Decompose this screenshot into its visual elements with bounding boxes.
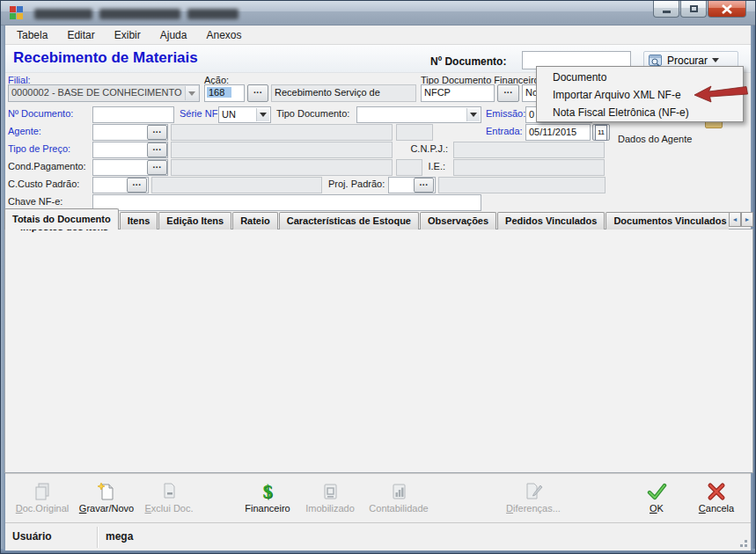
- entrada-input[interactable]: 05/11/2015: [525, 124, 591, 141]
- status-separator: [97, 527, 98, 548]
- menu-item-anexos[interactable]: Anexos: [198, 27, 249, 43]
- tab-pedidos-vinculados[interactable]: Pedidos Vinculados: [497, 212, 605, 230]
- chevron-down-icon: [185, 86, 198, 100]
- serie-nf-label: Série NF:: [180, 108, 220, 119]
- cond-pagamento-label: Cond.Pagamento:: [8, 161, 86, 171]
- maximize-button[interactable]: [680, 1, 707, 18]
- serie-nf-select[interactable]: UN: [218, 106, 271, 123]
- ccusto-name-field: [151, 177, 322, 193]
- close-button[interactable]: [708, 1, 746, 18]
- tipo-preco-browse-button[interactable]: ···: [147, 142, 167, 157]
- tipo-preco-name-field: [171, 142, 393, 158]
- agente-browse-button[interactable]: ···: [147, 125, 167, 140]
- ie-field: [453, 159, 605, 176]
- window-title-redacted: [187, 9, 239, 19]
- status-bar: Usuário mega: [5, 522, 751, 550]
- cnpj-label: C.N.P.J.:: [410, 143, 448, 154]
- chevron-down-icon: [712, 58, 719, 62]
- tipo-doc-financeiro-input[interactable]: NFCP: [421, 84, 495, 102]
- tab-totais-do-documento[interactable]: Totais do Documento: [4, 208, 119, 230]
- tab-caracteristicas-estoque[interactable]: Características de Estoque: [279, 212, 419, 230]
- ok-button[interactable]: OK: [635, 478, 678, 519]
- tab-edicao-itens[interactable]: Edição Itens: [158, 212, 231, 230]
- x-icon: [707, 482, 726, 501]
- tipo-doc-financeiro-browse-button[interactable]: ···: [497, 84, 519, 102]
- document-icon: [33, 482, 52, 501]
- status-user-value: mega: [106, 530, 133, 543]
- acao-value-selected: 168: [207, 87, 231, 98]
- menu-item-editar[interactable]: Editar: [59, 27, 102, 43]
- menu-bar: Tabela Editar Exibir Ajuda Anexos: [5, 26, 751, 45]
- imobilizado-button: Imobilizado: [298, 478, 362, 519]
- filial-select[interactable]: 0000002 - BASE DE CONHECIMENTO: [8, 84, 200, 102]
- acao-browse-button[interactable]: ···: [247, 84, 268, 102]
- tipo-preco-label: Tipo de Preço:: [8, 143, 70, 154]
- resize-grip[interactable]: [745, 544, 747, 547]
- agente-extra-field: [396, 124, 433, 141]
- application-window: Tabela Editar Exibir Ajuda Anexos Recebi…: [0, 0, 756, 554]
- calendar-icon: 11: [595, 125, 606, 141]
- tab-content-panel: [4, 229, 753, 473]
- filial-value: 0000002 - BASE DE CONHECIMENTO: [11, 87, 182, 98]
- tab-observacoes[interactable]: Observações: [420, 212, 496, 230]
- tab-scroll-left-button[interactable]: ◄: [729, 212, 741, 227]
- menu-item-tabela[interactable]: Tabela: [9, 27, 55, 43]
- tab-strip: Totais do DocumentoItensEdição ItensRate…: [4, 208, 729, 230]
- delete-document-icon: [159, 482, 179, 501]
- minimize-button[interactable]: [653, 1, 679, 18]
- cond-pagamento-name-field: [171, 159, 393, 176]
- tab-itens[interactable]: Itens: [120, 212, 158, 230]
- doc-number-input[interactable]: [92, 106, 174, 123]
- menu-item-ajuda[interactable]: Ajuda: [152, 27, 195, 43]
- calendar-button[interactable]: 11: [592, 124, 610, 141]
- contabilidade-button: Contabilidade: [362, 478, 436, 519]
- diferencas-button: Diferenças...: [496, 478, 570, 519]
- page-title: Recebimento de Materiais: [13, 49, 198, 67]
- financeiro-button[interactable]: $ Financeiro: [237, 478, 298, 519]
- proj-name-field: [438, 177, 606, 193]
- menu-option-nota-fiscal-eletronica[interactable]: Nota Fiscal Eletrônica (NF-e): [537, 104, 743, 121]
- accounting-document-icon: [389, 482, 408, 501]
- cnpj-field: [453, 142, 605, 158]
- differences-document-icon: [523, 482, 544, 501]
- tab-rateio[interactable]: Rateio: [232, 212, 278, 230]
- doc-original-button: Doc.Original: [11, 478, 73, 519]
- red-annotation-arrow-icon: [693, 84, 749, 105]
- check-icon: [646, 482, 667, 501]
- search-icon: [649, 55, 663, 67]
- chevron-down-icon: [256, 108, 269, 121]
- serie-nf-value: UN: [222, 109, 236, 120]
- ccusto-label: C.Custo Padrão:: [8, 179, 79, 189]
- tab-scroll-right-button[interactable]: ►: [741, 212, 753, 227]
- close-icon: [722, 4, 732, 14]
- proj-browse-button[interactable]: ···: [414, 178, 434, 193]
- acao-input[interactable]: 168: [204, 84, 245, 102]
- acao-description: Recebimento Serviço de: [271, 84, 416, 102]
- title-bar[interactable]: [1, 1, 756, 26]
- tipo-documento-label: Tipo Documento:: [276, 108, 349, 119]
- menu-item-exibir[interactable]: Exibir: [106, 27, 149, 43]
- asset-document-icon: [320, 482, 340, 501]
- ie-label: I.E.:: [428, 161, 445, 171]
- entrada-label: Entrada:: [486, 126, 523, 136]
- window-title-redacted: [99, 9, 180, 19]
- new-document-icon: [97, 482, 116, 501]
- tipo-documento-select[interactable]: [356, 106, 481, 123]
- tab-documentos-vinculados[interactable]: Documentos Vinculados: [606, 212, 729, 230]
- minimize-icon: [663, 11, 671, 13]
- status-user-label: Usuário: [12, 530, 52, 543]
- cond-pagamento-extra-field: [396, 159, 422, 176]
- proj-label: Proj. Padrão:: [328, 179, 385, 189]
- ccusto-browse-button[interactable]: ···: [127, 178, 147, 193]
- cond-pagamento-browse-button[interactable]: ···: [147, 160, 167, 175]
- window-title-redacted: [34, 9, 92, 19]
- dollar-icon: $: [263, 482, 273, 501]
- dados-agente-label[interactable]: Dados do Agente: [618, 134, 692, 144]
- chave-nfe-label: Chave NF-e:: [8, 196, 62, 207]
- agente-name-field: [171, 124, 393, 141]
- cancela-button[interactable]: Cancela: [688, 478, 745, 519]
- chevron-down-icon: [466, 108, 480, 121]
- agente-label: Agente:: [8, 126, 41, 136]
- gravar-novo-button[interactable]: Gravar/Novo: [74, 478, 139, 519]
- exclui-doc-button: Exclui Doc.: [140, 478, 198, 519]
